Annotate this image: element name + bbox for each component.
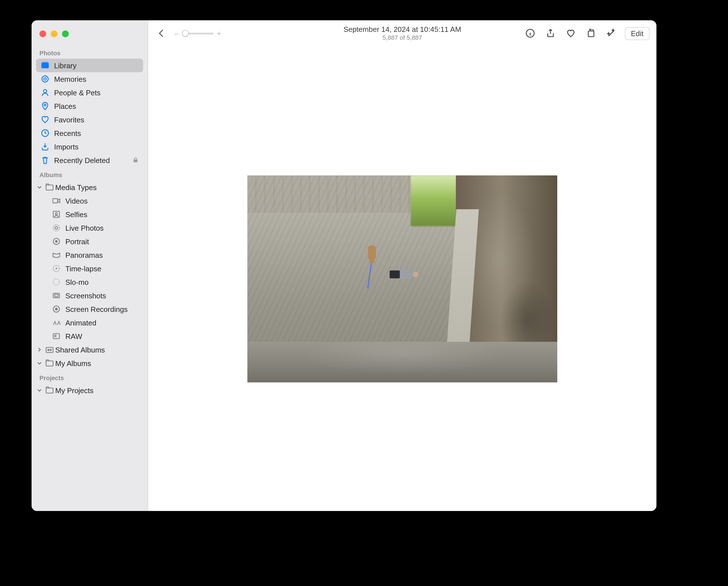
- desktop: Photos Library Memories People & Pets Pl…: [0, 0, 728, 586]
- toolbar-right: Edit: [523, 26, 650, 40]
- sidebar-item-label: Library: [54, 61, 77, 70]
- sidebar-item-label: Live Photos: [66, 224, 104, 232]
- svg-point-24: [48, 349, 49, 351]
- zoom-knob[interactable]: [182, 30, 189, 36]
- info-button[interactable]: [523, 26, 537, 40]
- raw-icon: [52, 332, 61, 341]
- sidebar-item-portrait[interactable]: Portrait: [36, 235, 143, 248]
- toolbar-left: – +: [155, 26, 222, 40]
- selfie-icon: [52, 210, 61, 219]
- zoom-slider[interactable]: – +: [174, 29, 222, 38]
- sidebar-item-media-types[interactable]: Media Types: [36, 180, 143, 194]
- sidebar-item-my-albums[interactable]: My Albums: [36, 357, 143, 370]
- sidebar-item-shared-albums[interactable]: Shared Albums: [36, 343, 143, 357]
- sidebar-item-screen-recordings[interactable]: Screen Recordings: [36, 302, 143, 316]
- sidebar-item-label: Panoramas: [66, 251, 103, 259]
- svg-point-4: [43, 90, 47, 93]
- sidebar-item-live-photos[interactable]: Live Photos: [36, 221, 143, 235]
- sidebar-item-panoramas[interactable]: Panoramas: [36, 248, 143, 262]
- heart-icon: [41, 115, 50, 124]
- svg-point-16: [55, 268, 57, 269]
- sidebar-item-label: My Projects: [55, 386, 94, 394]
- zoom-out-label: –: [174, 29, 179, 38]
- main-content: – + September 14, 2024 at 10:45:11 AM 5,…: [148, 20, 656, 511]
- shared-folder-icon: [45, 345, 54, 354]
- svg-rect-1: [42, 62, 48, 63]
- svg-point-25: [50, 349, 52, 351]
- back-button[interactable]: [155, 26, 168, 40]
- chevron-down-icon[interactable]: [36, 360, 43, 367]
- screenshot-icon: [52, 291, 61, 300]
- close-window-button[interactable]: [40, 30, 46, 37]
- zoom-track[interactable]: [182, 32, 213, 34]
- sidebar-item-raw[interactable]: RAW: [36, 329, 143, 343]
- svg-point-11: [55, 226, 57, 229]
- svg-point-3: [44, 78, 47, 80]
- slomo-icon: [52, 277, 61, 287]
- svg-rect-27: [46, 388, 53, 393]
- sidebar-item-favorites[interactable]: Favorites: [36, 113, 143, 126]
- sidebar-section-photos: Photos: [31, 45, 148, 59]
- folder-icon: [45, 359, 54, 368]
- sidebar-item-label: Time-lapse: [66, 264, 101, 273]
- svg-rect-22: [53, 334, 59, 339]
- photo-date-title: September 14, 2024 at 10:45:11 AM: [343, 25, 461, 34]
- chevron-down-icon[interactable]: [36, 184, 43, 191]
- sidebar-item-screenshots[interactable]: Screenshots: [36, 289, 143, 302]
- sidebar-item-label: Selfies: [66, 210, 87, 219]
- favorite-button[interactable]: [564, 26, 577, 40]
- sidebar-item-recents[interactable]: Recents: [36, 126, 143, 140]
- library-icon: [41, 61, 50, 70]
- svg-point-17: [53, 279, 59, 285]
- sidebar-item-recently-deleted[interactable]: Recently Deleted: [36, 153, 143, 167]
- sidebar-item-timelapse[interactable]: Time-lapse: [36, 262, 143, 275]
- sidebar-item-label: Favorites: [54, 115, 84, 124]
- sidebar-item-imports[interactable]: Imports: [36, 140, 143, 153]
- sidebar-item-videos[interactable]: Videos: [36, 194, 143, 207]
- sidebar-item-label: Animated: [66, 318, 96, 327]
- chevron-right-icon[interactable]: [36, 346, 43, 353]
- sidebar-item-places[interactable]: Places: [36, 99, 143, 113]
- screen-recording-icon: [52, 304, 61, 314]
- clock-icon: [41, 129, 50, 138]
- photo-viewer[interactable]: [148, 46, 656, 511]
- sidebar-section-projects: Projects: [31, 370, 148, 384]
- sidebar-item-label: People & Pets: [54, 88, 101, 97]
- sidebar-item-label: Recents: [54, 129, 81, 137]
- video-icon: [52, 196, 61, 205]
- sidebar-item-my-projects[interactable]: My Projects: [36, 384, 143, 397]
- sidebar-section-albums: Albums: [31, 167, 148, 180]
- svg-point-12: [53, 225, 59, 231]
- svg-rect-8: [53, 198, 58, 203]
- fullscreen-window-button[interactable]: [62, 30, 69, 37]
- folder-icon: [45, 183, 54, 192]
- portrait-icon: [52, 237, 61, 246]
- svg-rect-0: [42, 63, 49, 68]
- sidebar-item-label: Shared Albums: [55, 345, 105, 354]
- sidebar-item-people-pets[interactable]: People & Pets: [36, 86, 143, 99]
- toolbar: – + September 14, 2024 at 10:45:11 AM 5,…: [148, 20, 656, 46]
- places-icon: [41, 101, 50, 111]
- animated-icon: [52, 318, 61, 327]
- memories-icon: [41, 74, 50, 83]
- sidebar-item-label: Places: [54, 102, 76, 110]
- sidebar-item-slomo[interactable]: Slo-mo: [36, 275, 143, 289]
- enhance-button[interactable]: [604, 26, 618, 40]
- folder-icon: [45, 386, 54, 395]
- sidebar-item-library[interactable]: Library: [36, 59, 143, 72]
- sidebar-item-label: Screenshots: [66, 291, 106, 300]
- svg-point-5: [44, 104, 46, 106]
- photos-window: Photos Library Memories People & Pets Pl…: [31, 20, 656, 511]
- window-controls: [31, 25, 148, 45]
- minimize-window-button[interactable]: [51, 30, 57, 37]
- share-button[interactable]: [543, 26, 557, 40]
- edit-button[interactable]: Edit: [625, 27, 650, 40]
- sidebar-item-memories[interactable]: Memories: [36, 72, 143, 86]
- sidebar-item-label: Media Types: [55, 183, 97, 192]
- rotate-button[interactable]: [584, 26, 598, 40]
- sidebar-item-label: RAW: [66, 332, 82, 340]
- chevron-down-icon[interactable]: [36, 387, 43, 394]
- svg-rect-7: [46, 185, 53, 190]
- sidebar-item-selfies[interactable]: Selfies: [36, 207, 143, 221]
- sidebar-item-animated[interactable]: Animated: [36, 316, 143, 329]
